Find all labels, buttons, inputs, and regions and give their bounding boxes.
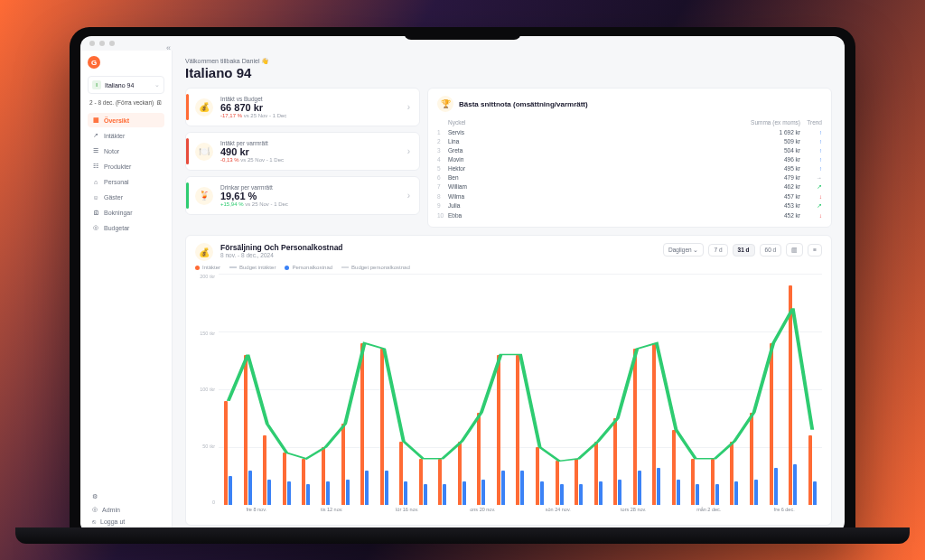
chevron-right-icon: › bbox=[407, 191, 410, 201]
table-row[interactable]: 1Servis1 692 kr↑ bbox=[437, 127, 822, 136]
nav-budgets[interactable]: ◎Budgetar bbox=[88, 220, 164, 235]
nav-products[interactable]: ☷Produkter bbox=[88, 159, 164, 173]
receipt-icon: ☰ bbox=[92, 147, 99, 154]
money-icon: 💰 bbox=[195, 243, 213, 261]
table-row[interactable]: 4Movin496 kr↑ bbox=[437, 154, 822, 163]
restaurant-selector[interactable]: I Italiano 94 ⌄ bbox=[88, 76, 164, 94]
admin-icon: ◎ bbox=[92, 506, 98, 513]
nav-notes[interactable]: ☰Notor bbox=[88, 144, 164, 158]
logout-icon: ⎋ bbox=[92, 518, 96, 525]
date-range-selector[interactable]: 2 - 8 dec. (Förra veckan) 🗓 bbox=[88, 99, 164, 106]
view-list-icon[interactable]: ≡ bbox=[808, 244, 822, 257]
nav-bookings[interactable]: 🗓Bokningar bbox=[88, 205, 164, 219]
table-row[interactable]: 2Lina509 kr↑ bbox=[437, 136, 822, 145]
range-31d[interactable]: 31 d bbox=[733, 244, 755, 257]
nav-income[interactable]: ↗Intäkter bbox=[88, 128, 164, 143]
best-avg-bill-card: 🏆 Bästa snittnota (omsättning/varmrätt) … bbox=[427, 88, 832, 228]
page-title: Italiano 94 bbox=[185, 65, 832, 80]
nav-logout[interactable]: ⎋Logga ut bbox=[88, 516, 164, 527]
table-row[interactable]: 6Ben479 kr→ bbox=[437, 173, 822, 182]
personnel-icon: ⌂ bbox=[92, 178, 99, 185]
nav-settings[interactable]: ⚙ bbox=[88, 490, 164, 503]
nav-guests[interactable]: ☺Gäster bbox=[88, 190, 164, 204]
collapse-sidebar-icon[interactable]: « bbox=[166, 51, 171, 52]
chart-title: Försäljning Och Personalkostnad bbox=[220, 243, 656, 252]
trophy-icon: 🏆 bbox=[437, 96, 453, 112]
nav-personnel[interactable]: ⌂Personal bbox=[88, 174, 164, 189]
kpi-card-1[interactable]: 🍽️ Intäkt per varmrätt 490 kr -0,13 % vs… bbox=[185, 132, 420, 171]
table-row[interactable]: 9Julia453 kr↗ bbox=[437, 201, 822, 210]
restaurant-name: Italiano 94 bbox=[105, 82, 134, 89]
view-bar-icon[interactable]: ▥ bbox=[786, 243, 803, 257]
nav-overview[interactable]: ▦Översikt bbox=[88, 113, 164, 127]
table-row[interactable]: 3Greta504 kr↑ bbox=[437, 145, 822, 154]
welcome-text: Välkommen tillbaka Daniel 👋 bbox=[185, 58, 832, 65]
bookings-icon: 🗓 bbox=[92, 209, 99, 216]
range-7d[interactable]: 7 d bbox=[708, 244, 727, 257]
guests-icon: ☺ bbox=[92, 193, 99, 201]
table-row[interactable]: 8Wilma457 kr↓ bbox=[437, 191, 822, 201]
products-icon: ☷ bbox=[92, 163, 99, 170]
chart-icon: ↗ bbox=[92, 132, 99, 139]
table-row[interactable]: 10Ebba452 kr↓ bbox=[437, 210, 822, 219]
col-trend: Trend bbox=[800, 117, 822, 127]
sales-staff-chart-card: 💰 Försäljning Och Personalkostnad 8 nov.… bbox=[185, 235, 832, 526]
range-60d[interactable]: 60 d bbox=[760, 244, 782, 257]
col-key: Nyckel bbox=[448, 117, 546, 127]
dashboard-icon: ▦ bbox=[92, 117, 99, 124]
kpi-icon: 🍹 bbox=[195, 187, 213, 205]
chevron-right-icon: › bbox=[407, 102, 410, 112]
calendar-icon: 🗓 bbox=[156, 99, 163, 106]
chevron-down-icon: ⌄ bbox=[154, 81, 160, 89]
avg-bill-table: Nyckel Summa (ex moms) Trend 1Servis1 69… bbox=[437, 117, 822, 219]
settings-icon: ⚙ bbox=[92, 493, 98, 500]
kpi-card-2[interactable]: 🍹 Drinkar per varmrätt 19,61 % +15,94 % … bbox=[185, 176, 420, 215]
table-row[interactable]: 7William462 kr↗ bbox=[437, 182, 822, 191]
kpi-icon: 💰 bbox=[195, 98, 213, 117]
brand-logo[interactable]: G bbox=[88, 56, 100, 69]
restaurant-badge: I bbox=[92, 80, 101, 89]
budgets-icon: ◎ bbox=[92, 224, 99, 231]
table-title: Bästa snittnota (omsättning/varmrätt) bbox=[459, 100, 588, 108]
chevron-right-icon: › bbox=[407, 146, 410, 156]
kpi-icon: 🍽️ bbox=[195, 143, 213, 161]
chart-subtitle: 8 nov. - 8 dec., 2024 bbox=[220, 252, 656, 258]
period-dropdown[interactable]: Dagligen ⌄ bbox=[663, 243, 704, 257]
nav-admin[interactable]: ◎Admin bbox=[88, 503, 164, 516]
kpi-card-0[interactable]: 💰 Intäkt vs Budget 66 870 kr -17,17 % vs… bbox=[185, 88, 420, 126]
date-range-label: 2 - 8 dec. (Förra veckan) bbox=[89, 99, 154, 106]
table-row[interactable]: 5Hektor495 kr↑ bbox=[437, 163, 822, 173]
col-sum: Summa (ex moms) bbox=[546, 117, 800, 127]
